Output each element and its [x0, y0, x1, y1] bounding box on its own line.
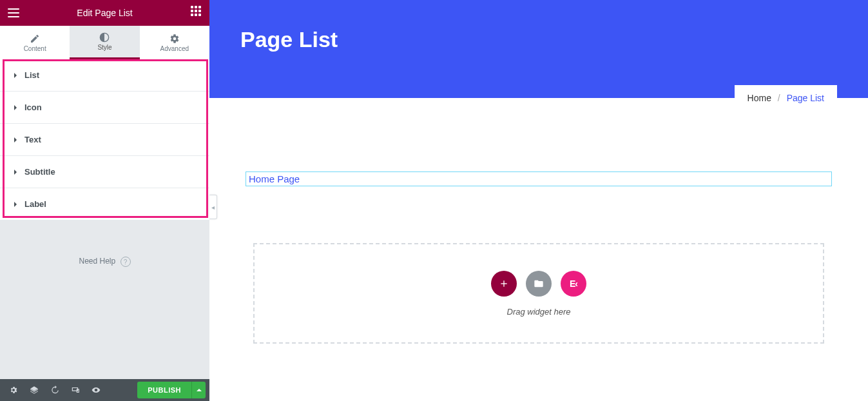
- publish-dropdown[interactable]: [191, 382, 206, 398]
- widgets-grid-icon[interactable]: [189, 6, 203, 20]
- devices-icon: [71, 386, 80, 395]
- section-list[interactable]: List: [0, 59, 209, 92]
- tab-style[interactable]: Style: [70, 26, 139, 59]
- publish-group: PUBLISH: [137, 382, 206, 398]
- menu-icon[interactable]: [6, 6, 21, 20]
- caret-up-icon: [197, 387, 202, 393]
- breadcrumb-separator: /: [778, 93, 780, 103]
- pencil-icon: [30, 34, 40, 44]
- caret-right-icon: [13, 73, 18, 78]
- gear-icon: [169, 34, 180, 44]
- empty-section-dropzone[interactable]: E‹ Drag widget here: [253, 243, 824, 344]
- need-help-label: Need Help: [79, 257, 115, 266]
- sidebar-tabs: Content Style Advanced: [0, 26, 209, 59]
- tab-advanced[interactable]: Advanced: [140, 26, 209, 59]
- section-list-label: List: [24, 70, 39, 80]
- caret-right-icon: [13, 202, 18, 207]
- page-list-item-home[interactable]: Home Page: [246, 172, 302, 186]
- hero-section: Page List Home / Page List: [209, 0, 868, 98]
- section-text-label: Text: [24, 135, 41, 144]
- breadcrumb-home[interactable]: Home: [747, 93, 771, 103]
- need-help[interactable]: Need Help ?: [0, 220, 209, 267]
- gear-icon: [9, 386, 18, 395]
- page-title: Page List: [240, 27, 837, 52]
- tab-content-label: Content: [24, 45, 46, 52]
- caret-right-icon: [13, 137, 18, 142]
- settings-button[interactable]: [4, 382, 23, 398]
- sidebar-footer: PUBLISH: [0, 379, 209, 401]
- dropzone-buttons: E‹: [491, 271, 586, 297]
- sidebar-title: Edit Page List: [21, 8, 189, 18]
- add-section-button[interactable]: [491, 271, 517, 297]
- collapse-sidebar-handle[interactable]: ◂: [209, 195, 217, 219]
- editor-sidebar: Edit Page List Content Style Advanced Li…: [0, 0, 209, 401]
- plus-icon: [499, 279, 509, 289]
- tab-advanced-label: Advanced: [160, 45, 189, 52]
- publish-button[interactable]: PUBLISH: [137, 382, 191, 398]
- responsive-button[interactable]: [66, 382, 85, 398]
- section-label[interactable]: Label: [0, 188, 209, 220]
- section-subtitle-label: Subtitle: [24, 167, 55, 177]
- history-icon: [50, 386, 59, 395]
- section-subtitle[interactable]: Subtitle: [0, 156, 209, 188]
- tab-content[interactable]: Content: [0, 26, 70, 59]
- section-text[interactable]: Text: [0, 124, 209, 156]
- preview-button[interactable]: [86, 382, 106, 398]
- breadcrumb: Home / Page List: [735, 85, 837, 111]
- navigator-button[interactable]: [24, 382, 44, 398]
- caret-right-icon: [13, 105, 18, 110]
- section-label-label: Label: [24, 199, 46, 209]
- preview-canvas: Page List Home / Page List Home Page E‹ …: [209, 0, 868, 401]
- tab-style-label: Style: [97, 44, 111, 51]
- dropzone-label: Drag widget here: [507, 307, 571, 317]
- caret-right-icon: [13, 170, 18, 175]
- page-list-widget[interactable]: Home Page: [246, 171, 832, 186]
- sidebar-body: List Icon Text Subtitle Label Need Help …: [0, 59, 209, 379]
- eye-icon: [92, 386, 101, 395]
- section-icon[interactable]: Icon: [0, 92, 209, 124]
- layers-icon: [30, 386, 39, 395]
- sidebar-header: Edit Page List: [0, 0, 209, 26]
- breadcrumb-current[interactable]: Page List: [787, 93, 824, 103]
- folder-icon: [534, 279, 544, 289]
- contrast-icon: [99, 32, 110, 43]
- history-button[interactable]: [45, 382, 64, 398]
- template-library-button[interactable]: [526, 271, 552, 297]
- help-icon: ?: [121, 257, 131, 267]
- elementskit-button[interactable]: E‹: [561, 271, 586, 297]
- section-icon-label: Icon: [24, 103, 42, 112]
